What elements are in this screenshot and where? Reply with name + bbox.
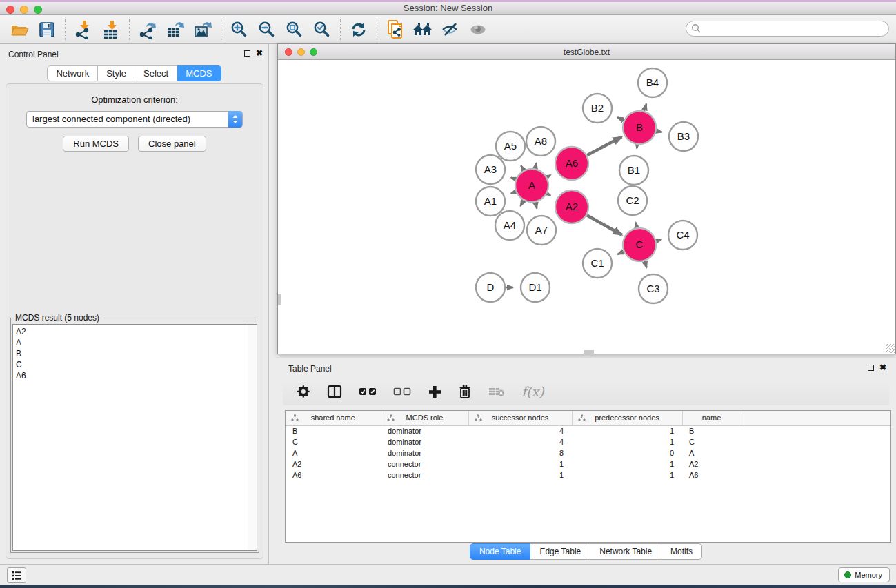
export-network-button[interactable] (134, 18, 161, 41)
horizontal-scrollbar-thumb[interactable] (584, 350, 594, 354)
column-header-shared-name[interactable]: shared name (286, 411, 381, 425)
node-A2[interactable]: A2 (555, 190, 588, 223)
column-header-successor-nodes[interactable]: successor nodes (468, 411, 572, 425)
node-A3[interactable]: A3 (476, 155, 505, 184)
export-table-button[interactable] (161, 18, 189, 41)
resize-grip[interactable] (886, 344, 895, 353)
cell-predecessor-nodes[interactable]: 1 (572, 436, 682, 447)
split-columns-button[interactable] (327, 382, 342, 401)
cell-predecessor-nodes[interactable]: 0 (572, 447, 682, 458)
edge-B-B3[interactable] (657, 131, 662, 132)
cell-MCDS-role[interactable]: connector (381, 469, 468, 480)
edge-A-A5[interactable] (521, 165, 524, 170)
import-network-button[interactable] (70, 18, 97, 41)
table-row[interactable]: Bdominator41B (286, 425, 890, 436)
deselect-all-button[interactable] (393, 382, 411, 401)
cell-MCDS-role[interactable]: dominator (381, 447, 468, 458)
node-A7[interactable]: A7 (527, 216, 556, 245)
result-item[interactable]: A2 (16, 326, 257, 337)
node-C4[interactable]: C4 (668, 221, 697, 250)
node-C2[interactable]: C2 (618, 186, 647, 215)
task-history-button[interactable] (7, 567, 26, 583)
tab-style[interactable]: Style (98, 65, 135, 81)
edge-C-C4[interactable] (656, 240, 661, 241)
edge-A2-C[interactable] (587, 215, 622, 235)
home-layout-button[interactable] (409, 18, 437, 41)
table-settings-button[interactable] (295, 382, 310, 401)
export-image-button[interactable] (189, 18, 217, 41)
delete-column-button[interactable] (458, 382, 472, 401)
float-table-panel-icon[interactable] (868, 365, 874, 371)
edge-C-C2[interactable] (636, 223, 637, 228)
optimization-dropdown[interactable]: largest connected component (directed) (26, 111, 243, 128)
node-C3[interactable]: C3 (639, 274, 668, 303)
edge-A-A2[interactable] (547, 194, 550, 196)
cell-successor-nodes[interactable]: 1 (468, 458, 572, 469)
table-row[interactable]: Adominator80A (286, 447, 890, 458)
node-A[interactable]: A (515, 169, 548, 202)
zoom-in-button[interactable] (226, 18, 253, 41)
cell-shared-name[interactable]: A (286, 447, 381, 458)
select-all-button[interactable] (359, 382, 377, 401)
cell-shared-name[interactable]: A2 (286, 458, 381, 469)
edge-C-C1[interactable] (617, 252, 624, 254)
table-row[interactable]: Cdominator41C (286, 436, 890, 447)
hide-annotations-button[interactable] (437, 18, 464, 41)
add-column-button[interactable] (428, 382, 441, 401)
cell-predecessor-nodes[interactable]: 1 (572, 469, 682, 480)
edge-B-B1[interactable] (637, 145, 637, 149)
node-A8[interactable]: A8 (526, 127, 555, 156)
cell-MCDS-role[interactable]: dominator (381, 436, 468, 447)
cell-successor-nodes[interactable]: 8 (468, 447, 572, 458)
vertical-scrollbar-thumb[interactable] (278, 294, 281, 305)
cell-name[interactable]: A (682, 447, 741, 458)
edge-A-A1[interactable] (511, 192, 516, 194)
cell-name[interactable]: C (682, 436, 741, 447)
column-header-MCDS-role[interactable]: MCDS role (381, 411, 468, 425)
cell-successor-nodes[interactable]: 4 (468, 436, 572, 447)
edge-A-A7[interactable] (535, 202, 537, 208)
edge-A-A4[interactable] (521, 201, 524, 206)
cell-successor-nodes[interactable]: 1 (468, 469, 572, 480)
search-field[interactable] (686, 21, 889, 37)
cell-MCDS-role[interactable]: connector (381, 458, 468, 469)
edge-A6-B[interactable] (587, 137, 621, 156)
network-canvas[interactable]: B4B2BB3A8A5A6A3B1AC2A1A2A4A7C4CC1C3DD1 (278, 60, 895, 354)
edge-B-B4[interactable] (644, 104, 646, 111)
cell-predecessor-nodes[interactable]: 1 (572, 425, 682, 436)
cell-name[interactable]: B (682, 425, 741, 436)
edge-A-A3[interactable] (511, 178, 516, 180)
node-A4[interactable]: A4 (495, 211, 524, 240)
result-item[interactable]: C (16, 359, 257, 370)
table-row[interactable]: A6connector11A6 (286, 469, 890, 480)
tab-select[interactable]: Select (135, 65, 177, 81)
tab-node-table[interactable]: Node Table (470, 543, 531, 560)
float-panel-icon[interactable] (244, 50, 250, 57)
node-B[interactable]: B (623, 111, 656, 144)
edge-A-A6[interactable] (547, 175, 551, 177)
column-header-name[interactable]: name (682, 411, 741, 425)
run-mcds-button[interactable]: Run MCDS (63, 136, 129, 152)
zoom-selected-button[interactable] (308, 18, 336, 41)
close-panel-icon[interactable]: ✖ (256, 50, 263, 57)
tab-motifs[interactable]: Motifs (661, 543, 702, 560)
zoom-out-button[interactable] (253, 18, 281, 41)
result-item[interactable]: A6 (16, 370, 257, 381)
result-item[interactable]: A (16, 337, 257, 348)
cell-shared-name[interactable]: C (286, 436, 381, 447)
node-B1[interactable]: B1 (619, 156, 648, 185)
tab-network[interactable]: Network (47, 65, 98, 81)
node-B2[interactable]: B2 (583, 94, 612, 123)
node-A6[interactable]: A6 (555, 147, 588, 180)
edge-B-B2[interactable] (617, 117, 624, 120)
network-from-selection-button[interactable] (381, 18, 409, 41)
import-table-button[interactable] (97, 18, 125, 41)
show-eye-button[interactable] (464, 18, 492, 41)
node-A5[interactable]: A5 (496, 132, 525, 161)
result-item[interactable]: B (16, 348, 257, 359)
cell-successor-nodes[interactable]: 4 (468, 425, 572, 436)
delete-table-button[interactable] (488, 382, 505, 401)
node-C[interactable]: C (623, 228, 656, 261)
function-builder-button[interactable]: f(x) (521, 382, 544, 401)
cell-name[interactable]: A2 (682, 458, 741, 469)
